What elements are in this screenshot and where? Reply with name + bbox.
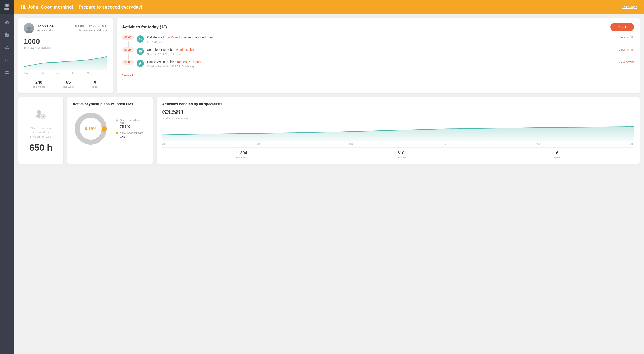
activity-connector-1 (128, 54, 129, 60)
profile-name: John Doe (37, 24, 54, 28)
activity-time-0: 09:00 (122, 35, 134, 39)
stat-week-label: This week (63, 85, 74, 88)
banner-slogan: Prepare to succeed everyday! (78, 5, 142, 10)
activity-time-2: 10:00 (122, 60, 134, 64)
view-details-link-1[interactable]: View details (619, 48, 634, 52)
user-card: John Doe Administrator Last login: 12-06… (18, 18, 113, 93)
letter-icon (138, 50, 142, 53)
team-icon (4, 70, 10, 75)
view-all-link[interactable]: View all (122, 74, 133, 77)
spec-week-label: This week (396, 156, 407, 159)
activity-details-2[interactable]: View details (615, 60, 634, 64)
activity-details-0[interactable]: View details (615, 35, 634, 39)
spec-today-value: 6 (554, 151, 560, 155)
avatar (24, 23, 34, 33)
legend-label-0: Open debt collection files (120, 119, 147, 124)
specialists-chart-svg (162, 123, 634, 140)
profile-header: John Doe Administrator Last login: 12-06… (24, 23, 107, 33)
activity-details-1[interactable]: View details (615, 48, 634, 52)
avatar-image (24, 23, 34, 33)
activities-card: Activities for today (12) Start 09:00 (117, 18, 640, 93)
sidebar-item-chart[interactable] (0, 54, 14, 66)
spec-stat-today: 6 Today (554, 151, 560, 159)
row-2: Planned hours forall specialistsin the c… (18, 97, 640, 164)
legend-info-1: Active payment plans 146 (120, 132, 144, 138)
activity-row: 09:00 Call debtor Lucy Miller to discuss… (122, 35, 634, 44)
planned-hours-card: Planned hours forall specialistsin the c… (18, 97, 63, 164)
sidebar-item-activity[interactable] (0, 41, 14, 53)
specialists-title: Activities handled by all specialists (162, 102, 634, 106)
activity-sub-2: Van den Straat 10, 1234 AB, Den Haag (147, 65, 615, 68)
banner-left: Hi, John. Good morning! Prepare to succe… (21, 5, 142, 10)
legend-label-1: Active payment plans (120, 132, 144, 134)
chart-label-jan: Jan (24, 72, 28, 74)
last-login: Last login: 12-06-2019, 18:42 (72, 24, 107, 28)
profile-left: John Doe Administrator (24, 23, 54, 33)
logo-icon (3, 3, 11, 11)
user-stats-row: 240 This month 85 This week 0 Today (24, 77, 107, 88)
svg-point-7 (26, 30, 32, 33)
start-button[interactable]: Start (610, 23, 634, 31)
stat-this-week: 85 This week (63, 80, 74, 88)
legend-value-0: 75.140 (120, 125, 147, 128)
chart-label-feb: Feb (40, 72, 44, 74)
donut-content: 0,19% Open debt collection files 75.140 (73, 111, 147, 147)
chart-label-mar: Mar (56, 72, 60, 74)
activity-content-1: Send letter to debtor Benito Noboa Straa… (147, 48, 615, 56)
spec-label-apr: Apr (443, 142, 446, 145)
chart-icon (4, 57, 10, 62)
edit-slogan-link[interactable]: Edit slogan (622, 5, 637, 9)
activity-time-1: 09:35 (122, 48, 134, 52)
spec-label-jan: Jan (162, 142, 166, 145)
legend-item-0: Open debt collection files 75.140 (116, 119, 147, 128)
svg-point-6 (28, 27, 30, 30)
activity-text-1: Send letter to debtor Benito Noboa (147, 48, 615, 52)
debtor-link-0[interactable]: Lucy Miller (163, 36, 178, 39)
activity-content-2: House visit at debtor Torsten Paulsson V… (147, 60, 615, 68)
total-activities-label: Total activities handled (24, 46, 107, 49)
user-line-chart (24, 52, 107, 70)
view-details-link-0[interactable]: View details (619, 36, 634, 39)
spec-month-value: 1.204 (236, 151, 248, 155)
stat-month-value: 240 (33, 80, 45, 85)
stat-today: 0 Today (92, 80, 98, 88)
planned-hours-value: 650 h (30, 143, 52, 153)
user-chart-svg (24, 52, 107, 70)
legend-item-1: Active payment plans 146 (116, 132, 147, 138)
debtor-link-1[interactable]: Benito Noboa (176, 48, 195, 52)
profile-info: John Doe Administrator (37, 24, 54, 32)
total-activities-number: 1000 (24, 37, 107, 46)
spec-label-may: May (536, 142, 541, 145)
svg-point-4 (8, 71, 9, 72)
activities-title: Activities for today (12) (122, 25, 167, 30)
stat-this-month: 240 This month (33, 80, 45, 88)
time-badge-0: 09:00 (122, 35, 134, 40)
donut-chart-card: Active payment plans VS open files 0,19% (67, 97, 153, 164)
home-icon (138, 62, 142, 65)
sidebar-nav (0, 16, 14, 78)
spec-label-feb: Feb (256, 142, 260, 145)
activity-text-2: House visit at debtor Torsten Paulsson (147, 60, 615, 64)
sidebar-item-team[interactable] (0, 67, 14, 78)
view-details-link-2[interactable]: View details (619, 60, 634, 64)
activity-icon-home (137, 60, 144, 67)
stat-today-value: 0 (92, 80, 98, 85)
sidebar-item-documents[interactable] (0, 29, 14, 41)
sidebar (0, 0, 14, 354)
app-logo[interactable] (0, 0, 14, 14)
activity-content-0: Call debtor Lucy Miller to discuss payme… (147, 35, 615, 44)
sidebar-item-users[interactable] (0, 16, 14, 28)
specialists-total: 63.581 (162, 108, 634, 116)
spec-label-jun: Jun (630, 142, 634, 145)
donut-percentage: 0,19% (85, 126, 96, 131)
spec-month-label: This month (236, 156, 248, 159)
spec-today-label: Today (554, 156, 560, 159)
activities-header: Activities for today (12) Start (122, 23, 634, 31)
debtor-link-2[interactable]: Torsten Paulsson (176, 60, 200, 64)
main-content: Hi, John. Good morning! Prepare to succe… (14, 0, 644, 354)
svg-point-8 (37, 110, 41, 114)
specialists-total-label: Total activities handled (162, 117, 634, 120)
activity-text-0: Call debtor Lucy Miller to discuss payme… (147, 35, 615, 40)
profile-meta: Last login: 12-06-2019, 18:42 Total logi… (72, 24, 107, 33)
stat-today-label: Today (92, 85, 98, 88)
